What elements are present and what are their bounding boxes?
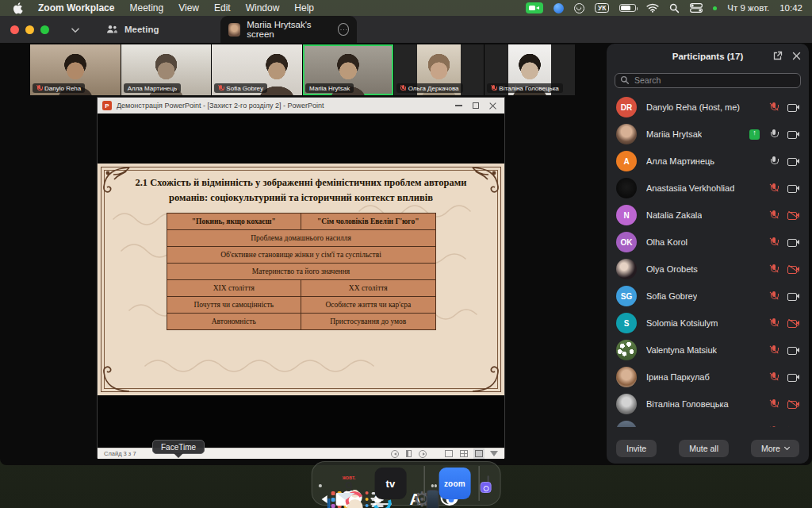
viber-menubar-icon[interactable]	[574, 3, 584, 13]
close-panel-icon[interactable]	[792, 52, 801, 60]
menu-window[interactable]: Window	[246, 2, 280, 13]
chevron-down-icon[interactable]	[71, 22, 79, 37]
input-source-badge[interactable]: УК	[595, 3, 609, 13]
invite-button[interactable]: Invite	[616, 440, 657, 457]
control-center-icon[interactable]	[690, 3, 703, 13]
more-button[interactable]: More	[751, 440, 799, 457]
running-indicator	[319, 484, 322, 487]
search-icon	[620, 75, 630, 85]
participant-row[interactable]: S Solomia Kotsiulym	[616, 310, 799, 337]
participant-row[interactable]: N Natalia Zakala	[616, 202, 799, 229]
video-tile-name-label: Sofia Gobrey	[214, 83, 267, 93]
dock-separator	[478, 466, 479, 501]
participant-row[interactable]: DR Danylo Reha (Host, me)	[616, 94, 799, 121]
fullscreen-window-button[interactable]	[40, 25, 49, 34]
menu-meeting[interactable]: Meeting	[129, 2, 163, 13]
avatar	[616, 340, 637, 360]
zoom-menubar-icon[interactable]	[553, 3, 564, 13]
video-tile[interactable]: Ольга Деркачова	[394, 44, 485, 95]
spotlight-search-icon[interactable]	[669, 3, 680, 13]
ppt-maximize-icon[interactable]	[473, 102, 479, 109]
menu-edit[interactable]: Edit	[214, 2, 231, 13]
participant-row[interactable]: SG Sofia Gobrey	[616, 283, 799, 310]
table-row: XIX століття XX століття	[167, 279, 435, 296]
ppt-close-icon[interactable]	[489, 102, 496, 110]
presentation-letterbox-top	[98, 114, 504, 164]
video-tile[interactable]: Алла Мартинець	[121, 44, 212, 95]
participant-row[interactable]: Mariia Hrytsak	[616, 121, 799, 148]
zoom-window-titlebar: Meeting Mariia Hrytsak's screen	[0, 16, 812, 43]
participant-row[interactable]: Valentyna Matsiuk	[616, 337, 799, 364]
close-window-button[interactable]	[10, 25, 19, 34]
slideshow-view-icon[interactable]	[490, 451, 498, 456]
menu-help[interactable]: Help	[294, 2, 314, 13]
participant-row-partial[interactable]	[616, 418, 799, 427]
battery-icon[interactable]	[619, 4, 636, 12]
table-row: Почуття чи самоцінність Особисте життя ч…	[167, 296, 435, 313]
video-tile[interactable]: Віталіна Головецька	[485, 44, 575, 95]
tab-screen-share-label: Mariia Hrytsak's screen	[247, 20, 331, 39]
tab-avatar	[228, 23, 240, 37]
reading-view-icon[interactable]	[475, 450, 483, 457]
mute-all-button[interactable]: Mute all	[679, 440, 729, 457]
avatar: S	[616, 313, 637, 333]
normal-view-icon[interactable]	[445, 450, 453, 457]
participant-row[interactable]: Olya Orobets	[616, 256, 799, 283]
camera-icon	[787, 292, 799, 301]
next-slide-icon[interactable]	[419, 450, 427, 458]
video-tile[interactable]: Danylo Reha	[30, 44, 121, 95]
presentation-slide: 2.1 Схожість й відмінність у зображенні …	[98, 164, 504, 395]
slide-sorter-view-icon[interactable]	[460, 450, 468, 457]
avatar: А	[616, 151, 637, 171]
menubar-date[interactable]: Чт 9 жовт.	[727, 3, 769, 13]
macos-dock: жовт.9 tv zoom	[312, 461, 501, 506]
popout-panel-icon[interactable]	[772, 51, 783, 61]
mic-muted-icon	[769, 264, 778, 275]
wifi-icon[interactable]	[646, 3, 659, 13]
tab-screen-share[interactable]: Mariia Hrytsak's screen	[220, 16, 357, 43]
table-cell: XX століття	[301, 279, 436, 296]
dock-zoom-icon[interactable]: zoom	[439, 468, 470, 499]
participants-panel-footer: Invite Mute all More	[607, 440, 809, 457]
participant-row[interactable]: А Алла Мартинець	[616, 148, 799, 175]
minimize-window-button[interactable]	[25, 25, 34, 34]
camera-off-icon	[787, 265, 799, 274]
avatar: SG	[616, 286, 637, 306]
camera-icon	[787, 130, 799, 139]
apple-menu-icon[interactable]	[13, 2, 23, 14]
zoom-meeting-content: Danylo Reha Алла Мартинець Sofia Gobrey …	[0, 43, 812, 465]
previous-slide-icon[interactable]	[391, 450, 399, 458]
running-indicator	[431, 484, 435, 487]
comparison-table: "Покинь, якщо кохаєш" "Сім чоловіків Еве…	[167, 213, 436, 330]
video-tile-active-speaker[interactable]: Mariia Hrytsak	[303, 44, 393, 95]
menu-app-name[interactable]: Zoom Workplace	[38, 2, 114, 13]
participant-row[interactable]: OK Olha Korol	[616, 229, 799, 256]
menu-view[interactable]: View	[178, 2, 199, 13]
mic-muted-icon	[769, 372, 778, 383]
dock-tv-icon[interactable]: tv	[374, 468, 406, 499]
avatar	[616, 394, 637, 414]
chevron-down-icon	[784, 444, 790, 450]
participant-row[interactable]: Віталіна Головецька	[616, 391, 799, 418]
notes-icon[interactable]	[406, 450, 412, 457]
tab-meeting[interactable]: Meeting	[106, 25, 159, 34]
dock-minimized-viber-window[interactable]	[487, 476, 488, 491]
tab-options-ellipsis-icon[interactable]	[338, 23, 350, 36]
video-tile[interactable]: Sofia Gobrey	[212, 44, 302, 95]
participants-list: DR Danylo Reha (Host, me) Mariia Hrytsak…	[616, 94, 799, 427]
table-cell: XIX століття	[167, 279, 301, 296]
running-indicator	[435, 484, 438, 487]
ppt-minimize-icon[interactable]	[455, 105, 462, 106]
muted-mic-icon	[218, 85, 224, 92]
participant-row[interactable]: Anastasiia Verkhohliad	[616, 175, 799, 202]
table-header-row: "Покинь, якщо кохаєш" "Сім чоловіків Еве…	[167, 213, 435, 229]
table-header-cell: "Сім чоловіків Евелін Г'юго"	[301, 213, 436, 229]
camera-icon	[787, 103, 799, 112]
table-cell: Автономність	[167, 313, 301, 329]
camera-icon	[787, 184, 799, 193]
participant-row[interactable]: Ірина Паркулаб	[616, 364, 799, 391]
participants-search-input[interactable]	[615, 73, 801, 88]
video-tile-name-label: Danylo Reha	[33, 83, 85, 93]
screen-sharing-camera-icon[interactable]	[526, 2, 543, 13]
menubar-clock[interactable]: 10:42	[779, 3, 802, 13]
